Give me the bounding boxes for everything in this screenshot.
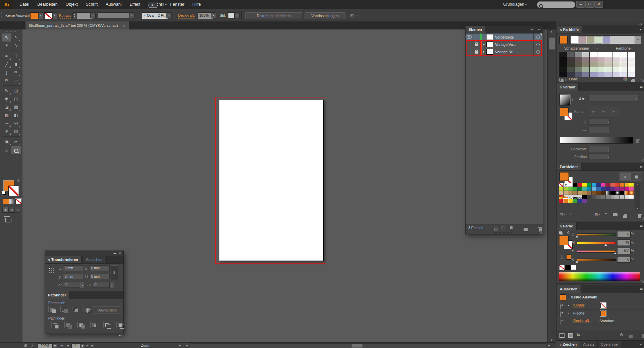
menu-auswahl[interactable]: Auswahl xyxy=(102,0,125,9)
swatch[interactable] xyxy=(587,195,591,199)
harmony-swatch[interactable] xyxy=(579,36,586,44)
shade-swatch[interactable] xyxy=(559,57,567,62)
chevron-down-icon[interactable]: ▾ xyxy=(596,47,598,50)
chevron-down-icon[interactable]: ▾ xyxy=(565,79,566,81)
shear-dropdown[interactable]: ▾ xyxy=(109,282,114,288)
swatch[interactable] xyxy=(620,183,624,187)
stroke-swatch[interactable] xyxy=(600,303,606,308)
opacity-link[interactable]: Deckkraft: xyxy=(573,319,590,323)
swatch[interactable] xyxy=(601,187,605,191)
pencil-tool[interactable]: ✏ xyxy=(11,68,21,76)
bridge-button[interactable]: Br xyxy=(149,2,157,8)
swatch[interactable] xyxy=(625,187,629,191)
vertical-scrollbar[interactable]: ▲ ▼ xyxy=(547,29,556,342)
swap-fill-stroke-icon[interactable]: ⇄ xyxy=(16,179,20,183)
expand-button[interactable]: Umwandeln xyxy=(93,306,121,314)
scale-tool[interactable]: ⊞ xyxy=(11,87,21,95)
harmony-swatch[interactable] xyxy=(571,36,578,44)
swatch[interactable] xyxy=(620,187,624,191)
shade-swatch[interactable] xyxy=(559,52,567,57)
swatch[interactable] xyxy=(568,191,573,195)
edit-colors-icon[interactable] xyxy=(623,77,627,81)
white-swatch[interactable] xyxy=(571,265,576,270)
slice-tool[interactable]: ✂ xyxy=(11,138,21,146)
shade-swatch[interactable] xyxy=(590,67,597,72)
panel-menu-icon[interactable]: ▾≡ xyxy=(640,28,642,31)
swatch[interactable] xyxy=(573,187,577,191)
swatch[interactable] xyxy=(615,187,620,191)
shade-swatch[interactable] xyxy=(620,62,628,67)
artboard-number-dropdown[interactable]: ▾ xyxy=(80,343,85,348)
lock-toggle[interactable] xyxy=(473,33,480,41)
limit-swatches-icon[interactable]: « xyxy=(570,212,572,216)
shade-swatch[interactable] xyxy=(612,62,620,67)
fill-dropdown[interactable]: ▾ xyxy=(38,12,43,19)
channel-value-field[interactable]: 100 xyxy=(617,248,631,254)
shape-mode-exclude-button[interactable] xyxy=(84,306,84,312)
swatch[interactable] xyxy=(587,187,591,191)
app-logo[interactable]: Ai xyxy=(0,0,13,9)
eraser-tool[interactable]: ▱ xyxy=(11,76,21,84)
tab-transformieren[interactable]: ⇅Transformieren xyxy=(45,256,82,263)
color-spectrum[interactable] xyxy=(559,272,640,281)
restore-button[interactable]: ❐ xyxy=(585,1,594,8)
shade-swatch[interactable] xyxy=(567,52,575,57)
chevron-down-icon[interactable]: ▾ xyxy=(572,98,573,101)
swatch[interactable] xyxy=(596,195,601,199)
list-view-button[interactable]: ≡ xyxy=(620,172,631,181)
horizontal-scroll-thumb[interactable] xyxy=(352,344,363,348)
stop-opacity-dropdown[interactable]: ▾ xyxy=(588,146,610,152)
swatch[interactable] xyxy=(620,195,624,199)
swatch[interactable] xyxy=(615,191,620,195)
shade-swatch[interactable] xyxy=(620,57,628,62)
selected-swatch[interactable] xyxy=(564,199,568,203)
artboard-doc-icon[interactable]: ▤ xyxy=(24,343,27,348)
shade-swatch[interactable] xyxy=(628,67,635,72)
horizontal-scrollbar[interactable] xyxy=(190,343,546,348)
swatch[interactable] xyxy=(601,191,605,195)
width-profile-field[interactable]: · Oval - 2 Pt. xyxy=(142,12,169,19)
tab-ausrichten[interactable]: Ausrichten xyxy=(83,256,107,263)
swatch[interactable] xyxy=(592,187,596,191)
angle-dropdown[interactable]: ▾ xyxy=(588,118,610,125)
first-artboard-icon[interactable]: |◀ xyxy=(60,343,63,348)
zoom-level-field[interactable]: 200% xyxy=(38,343,52,348)
corner-grip[interactable] xyxy=(641,79,644,82)
appearance-fill-row[interactable]: ▸ Fläche: xyxy=(557,309,644,317)
panel-group-titlebar[interactable]: ◂◂ ✕ xyxy=(45,251,123,256)
shade-swatch[interactable] xyxy=(559,72,567,77)
new-layer-icon[interactable] xyxy=(524,228,528,231)
channel-slider[interactable] xyxy=(577,242,616,244)
shade-swatch[interactable] xyxy=(597,62,605,67)
slider-thumb[interactable] xyxy=(604,244,607,246)
artboard-number-field[interactable]: 1 xyxy=(71,343,80,348)
tab-farbfelder[interactable]: Farbfelder xyxy=(557,163,581,170)
menu-bearbeiten[interactable]: Bearbeiten xyxy=(33,0,61,9)
shape-mode-intersect-button[interactable] xyxy=(72,306,72,312)
panel-menu-icon[interactable]: ▾≡ xyxy=(640,287,642,291)
stroke-within-icon[interactable]: ⌐ xyxy=(589,108,598,116)
menu-effekt[interactable]: Effekt xyxy=(125,0,144,9)
chevron-down-icon[interactable]: ▾ xyxy=(582,334,584,337)
y-field[interactable]: 0 mm xyxy=(63,274,83,279)
channel-value-field[interactable]: 0 xyxy=(617,256,631,263)
shade-swatch[interactable] xyxy=(567,57,575,62)
scroll-up-icon[interactable]: ▲ xyxy=(636,184,638,186)
shade-swatch[interactable] xyxy=(582,67,590,72)
tab-ebenen[interactable]: Ebenen xyxy=(466,26,485,33)
shade-swatch[interactable] xyxy=(590,57,597,62)
appearance-stroke-row[interactable]: ▸ Kontur: xyxy=(557,302,644,309)
pathfinder-crop-button[interactable] xyxy=(90,322,91,328)
swatch[interactable] xyxy=(606,191,610,195)
menu-fenster[interactable]: Fenster xyxy=(166,0,188,9)
shade-swatch[interactable] xyxy=(620,67,628,72)
collapse-icon[interactable]: ◂◂ xyxy=(113,252,116,255)
gradient-mode-button[interactable] xyxy=(9,199,15,204)
swatch[interactable] xyxy=(559,199,563,203)
harmony-swatch[interactable] xyxy=(603,36,610,44)
shade-swatch[interactable] xyxy=(628,52,635,57)
pathfinder-trim-button[interactable] xyxy=(64,322,65,328)
search-input[interactable] xyxy=(537,1,575,8)
shade-swatch[interactable] xyxy=(612,72,620,77)
shade-swatch[interactable] xyxy=(605,52,612,57)
